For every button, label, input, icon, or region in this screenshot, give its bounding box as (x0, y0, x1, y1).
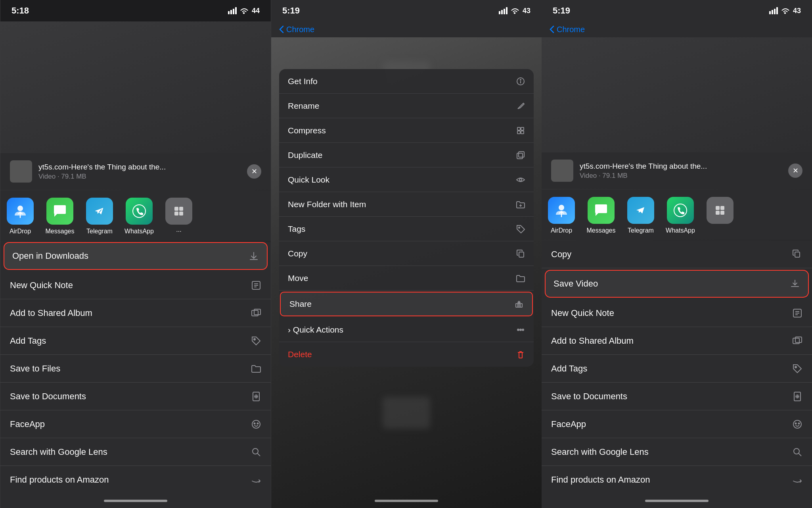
svg-point-56 (674, 204, 687, 217)
menu-quick-note-1[interactable]: New Quick Note (0, 271, 271, 299)
ctx-copy[interactable]: Copy (279, 241, 534, 266)
menu-tags-3[interactable]: Add Tags (542, 355, 812, 383)
svg-point-43 (519, 227, 520, 228)
menu-save-video[interactable]: Save Video (545, 270, 809, 298)
airdrop-icon (7, 198, 34, 225)
ctx-tags[interactable]: Tags (279, 217, 534, 241)
ctx-delete[interactable]: Delete (279, 342, 534, 367)
share-sheet-3: yt5s.com-Here's the Thing about the... V… (542, 152, 812, 508)
app-item-more[interactable]: ··· (159, 198, 199, 235)
messages-label: Messages (46, 228, 75, 235)
menu-faceapp-3[interactable]: FaceApp (542, 410, 812, 438)
ctx-duplicate-label: Duplicate (288, 150, 323, 160)
ctx-rename[interactable]: Rename (279, 94, 534, 118)
svg-rect-51 (769, 11, 771, 14)
rename-icon (516, 102, 525, 110)
wifi-icon-2 (511, 8, 519, 14)
menu-amazon-3[interactable]: Find products on Amazon (542, 466, 812, 494)
menu-shared-album-3[interactable]: Add to Shared Album (542, 327, 812, 355)
more-icon (165, 198, 192, 225)
svg-rect-37 (521, 131, 524, 134)
menu-save-documents-1[interactable]: Save to Documents (0, 383, 271, 410)
menu-amazon-1[interactable]: Find products on Amazon (0, 466, 271, 494)
svg-rect-61 (795, 252, 800, 257)
panel-2: 5:19 43 Chrome Get Info Rename Compres (271, 0, 542, 508)
menu-faceapp-1[interactable]: FaceApp (0, 410, 271, 438)
menu-save-documents-1-label: Save to Documents (10, 391, 86, 402)
svg-rect-38 (517, 153, 523, 159)
file-info-1: yt5s.com-Here's the Thing about the... V… (38, 163, 166, 181)
app-row-3: AirDrop Messages Telegram (542, 190, 812, 240)
wifi-icon-3 (781, 8, 790, 14)
svg-rect-59 (716, 211, 720, 215)
menu-open-downloads[interactable]: Open in Downloads (4, 242, 268, 270)
menu-save-files-1[interactable]: Save to Files (0, 355, 271, 383)
app-item-airdrop[interactable]: AirDrop (0, 198, 40, 235)
home-indicator-2 (271, 494, 542, 508)
svg-rect-53 (774, 9, 776, 14)
ctx-quick-actions-label: › Quick Actions (288, 325, 343, 335)
info-icon (516, 77, 525, 86)
app-item-whatsapp[interactable]: WhatsApp (119, 198, 159, 235)
ctx-get-info-label: Get Info (288, 77, 318, 86)
close-button-1[interactable]: ✕ (247, 164, 261, 179)
back-label-3: Chrome (557, 25, 585, 34)
eye-icon (516, 175, 525, 184)
menu-google-lens-3[interactable]: Search with Google Lens (542, 438, 812, 466)
menu-list-3: Copy Save Video New Quick Note Add to Sh… (542, 241, 812, 494)
documents-icon-1 (251, 391, 261, 402)
back-nav-3[interactable]: Chrome (542, 21, 812, 37)
back-label-2: Chrome (286, 25, 314, 34)
signal-icon-3 (769, 7, 778, 14)
ctx-quick-look[interactable]: Quick Look (279, 167, 534, 192)
ctx-quick-actions[interactable]: › Quick Actions (279, 318, 534, 342)
menu-shared-album-1-label: Add to Shared Album (10, 308, 92, 318)
menu-quick-note-3[interactable]: New Quick Note (542, 299, 812, 327)
copy-icon-3 (792, 249, 802, 260)
documents-icon-3 (792, 391, 802, 402)
svg-rect-57 (716, 206, 720, 210)
newfolder-icon (516, 200, 525, 209)
app-item-messages-3[interactable]: Messages (581, 197, 621, 234)
ctx-new-folder[interactable]: New Folder with Item (279, 192, 534, 217)
app-item-telegram-3[interactable]: Telegram (621, 197, 661, 234)
svg-rect-28 (501, 10, 503, 14)
file-thumbnail-3 (551, 160, 573, 182)
menu-copy-3[interactable]: Copy (542, 241, 812, 268)
app-item-airdrop-3[interactable]: AirDrop (542, 197, 581, 234)
panel-3: 5:19 43 Chrome yt5s.com-Here's the Thing… (542, 0, 812, 508)
ctx-duplicate[interactable]: Duplicate (279, 143, 534, 167)
duplicate-icon (516, 151, 525, 160)
menu-google-lens-1[interactable]: Search with Google Lens (0, 438, 271, 466)
app-item-whatsapp-3[interactable]: WhatsApp (661, 197, 700, 234)
close-button-3[interactable]: ✕ (788, 164, 802, 178)
svg-point-71 (793, 420, 801, 428)
background-area-1: yt5s.com-Here's the Thing about the... V… (0, 21, 271, 508)
ctx-compress[interactable]: Compress (279, 118, 534, 143)
menu-shared-album-1[interactable]: Add to Shared Album (0, 299, 271, 327)
ctx-rename-label: Rename (288, 101, 319, 111)
app-item-messages[interactable]: Messages (40, 198, 80, 235)
time-1: 5:18 (11, 6, 29, 16)
menu-amazon-1-label: Find products on Amazon (10, 475, 109, 485)
ctx-move-label: Move (288, 273, 308, 283)
app-item-more-3[interactable] (700, 197, 740, 234)
app-item-telegram[interactable]: Telegram (80, 198, 119, 235)
status-bar-3: 5:19 43 (542, 0, 812, 21)
savevideo-icon (790, 279, 800, 289)
ctx-share[interactable]: Share (280, 292, 533, 316)
tag-icon (516, 225, 525, 233)
menu-copy-3-label: Copy (551, 249, 571, 260)
menu-tags-1[interactable]: Add Tags (0, 327, 271, 355)
menu-save-documents-3[interactable]: Save to Documents (542, 383, 812, 410)
back-nav-2[interactable]: Chrome (271, 21, 542, 37)
amazon-icon-1 (251, 475, 261, 485)
airdrop-label: AirDrop (10, 228, 31, 235)
ctx-move[interactable]: Move (279, 266, 534, 291)
svg-point-73 (799, 423, 800, 424)
compress-icon (516, 126, 525, 135)
menu-shared-album-3-label: Add to Shared Album (551, 336, 634, 346)
menu-google-lens-1-label: Search with Google Lens (10, 447, 107, 457)
ctx-get-info[interactable]: Get Info (279, 69, 534, 94)
menu-open-downloads-label: Open in Downloads (12, 251, 88, 261)
